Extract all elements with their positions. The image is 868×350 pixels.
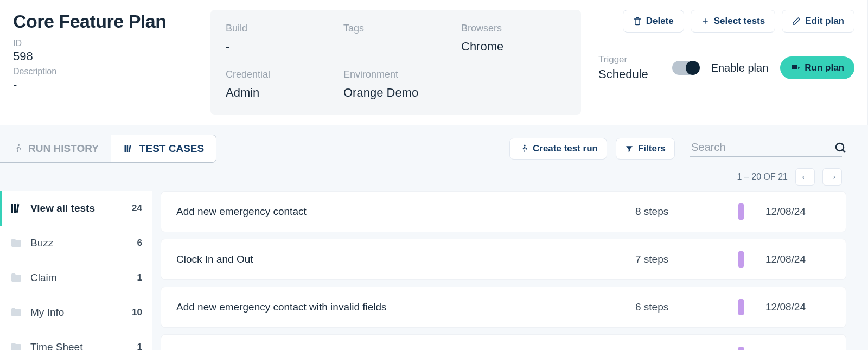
run-plan-label: Run plan: [805, 62, 844, 73]
sidebar-item-time-sheet[interactable]: Time Sheet 1: [0, 330, 152, 350]
tab-test-cases-label: TEST CASES: [139, 143, 204, 155]
enable-plan-toggle[interactable]: [672, 61, 699, 75]
trash-icon: [633, 17, 642, 26]
folder-icon: [10, 271, 23, 284]
folder-icon: [10, 237, 23, 250]
sidebar-item-label: Buzz: [30, 237, 53, 249]
build-label: Build: [226, 23, 330, 34]
sidebar-item-my-info[interactable]: My Info 10: [0, 295, 152, 330]
meta-panel: Build - Tags Browsers Chrome Credential …: [210, 10, 581, 115]
svg-rect-8: [14, 204, 16, 213]
tab-test-cases[interactable]: TEST CASES: [111, 135, 216, 162]
status-bar-icon: [738, 299, 744, 315]
test-name: Add new emergency contact with invalid f…: [176, 301, 635, 313]
library-icon: [123, 143, 134, 154]
next-page-button[interactable]: →: [822, 168, 842, 186]
sidebar-item-buzz[interactable]: Buzz 6: [0, 226, 152, 260]
test-date: 12/08/24: [765, 206, 831, 218]
sidebar-item-count: 24: [132, 203, 142, 214]
test-steps: 7 steps: [635, 253, 717, 265]
folder-icon: [10, 341, 23, 350]
sidebar-item-count: 6: [137, 238, 142, 249]
plus-icon: [701, 17, 710, 26]
run-icon: [790, 63, 800, 73]
test-row[interactable]: Add new emergency contact 8 steps 12/08/…: [161, 191, 846, 232]
test-date: 12/08/24: [765, 253, 831, 265]
create-test-run-button[interactable]: Create test run: [509, 138, 607, 160]
arrow-right-icon: →: [827, 171, 837, 183]
build-value: -: [226, 40, 330, 54]
sidebar-item-label: Claim: [30, 272, 57, 284]
status-bar-icon: [738, 203, 744, 220]
trigger-value: Schedule: [598, 67, 648, 81]
edit-plan-label: Edit plan: [805, 16, 844, 27]
svg-rect-4: [129, 145, 131, 152]
test-row[interactable]: Add new emergency contact with invalid f…: [161, 287, 846, 328]
sidebar-item-view-all[interactable]: View all tests 24: [0, 191, 152, 226]
sidebar-item-label: Time Sheet: [30, 341, 82, 350]
pagination-range: 1 – 20 OF 21: [737, 172, 788, 182]
svg-rect-0: [792, 65, 798, 69]
trigger-label: Trigger: [598, 54, 648, 65]
test-steps: 6 steps: [635, 301, 717, 313]
tab-run-history-label: RUN HISTORY: [28, 143, 99, 155]
delete-button[interactable]: Delete: [623, 10, 684, 33]
select-tests-label: Select tests: [714, 16, 765, 27]
svg-point-1: [18, 144, 20, 146]
test-name: Clock In and Out: [176, 253, 635, 265]
status-bar-icon: [738, 251, 744, 268]
svg-point-5: [524, 145, 526, 147]
plan-title: Core Feature Plan: [13, 11, 197, 32]
create-test-run-label: Create test run: [533, 143, 598, 154]
running-man-icon: [12, 143, 23, 154]
filters-button[interactable]: Filters: [616, 138, 675, 160]
svg-point-6: [836, 143, 844, 151]
svg-rect-7: [11, 204, 13, 213]
sidebar-item-count: 10: [132, 307, 142, 318]
sidebar: View all tests 24 Buzz 6 Cla: [0, 191, 152, 350]
search-input[interactable]: [690, 141, 829, 154]
credential-label: Credential: [226, 69, 330, 80]
status-bar-icon: [738, 347, 744, 350]
folder-icon: [10, 306, 23, 319]
sidebar-item-count: 1: [137, 272, 142, 283]
test-date: 12/08/24: [765, 301, 831, 313]
test-steps: 8 steps: [635, 206, 717, 218]
prev-page-button[interactable]: ←: [795, 168, 815, 186]
description-value: -: [13, 78, 197, 92]
filters-label: Filters: [638, 143, 666, 154]
environment-value: Orange Demo: [343, 86, 448, 100]
test-list: Add new emergency contact 8 steps 12/08/…: [152, 191, 855, 350]
tab-run-history[interactable]: RUN HISTORY: [0, 135, 111, 162]
svg-rect-9: [16, 204, 20, 213]
pencil-icon: [792, 17, 801, 26]
environment-label: Environment: [343, 69, 448, 80]
credential-value: Admin: [226, 86, 330, 100]
svg-rect-2: [124, 145, 126, 152]
test-row[interactable]: Clock In and Out 7 steps 12/08/24: [161, 239, 846, 280]
tab-group: RUN HISTORY TEST CASES: [0, 135, 216, 163]
library-icon: [10, 202, 23, 215]
arrow-left-icon: ←: [800, 171, 810, 183]
run-plan-button[interactable]: Run plan: [780, 56, 854, 79]
edit-plan-button[interactable]: Edit plan: [782, 10, 854, 33]
delete-label: Delete: [646, 16, 674, 27]
sidebar-item-label: My Info: [30, 307, 64, 319]
test-name: Add new emergency contact: [176, 206, 635, 218]
running-man-icon: [519, 144, 528, 154]
filter-icon: [625, 144, 634, 153]
sidebar-item-label: View all tests: [30, 202, 95, 214]
id-label: ID: [13, 39, 197, 48]
id-value: 598: [13, 49, 197, 63]
test-row[interactable]: Verify Navigation to My Info Page 3 step…: [161, 334, 846, 350]
browsers-label: Browsers: [461, 23, 566, 34]
description-label: Description: [13, 67, 197, 77]
enable-plan-label: Enable plan: [711, 62, 769, 74]
sidebar-item-count: 1: [137, 342, 142, 350]
tags-label: Tags: [343, 23, 448, 34]
sidebar-item-claim[interactable]: Claim 1: [0, 260, 152, 295]
search-icon[interactable]: [834, 141, 847, 154]
select-tests-button[interactable]: Select tests: [691, 10, 776, 33]
browsers-value: Chrome: [461, 40, 566, 54]
svg-rect-3: [127, 145, 129, 152]
